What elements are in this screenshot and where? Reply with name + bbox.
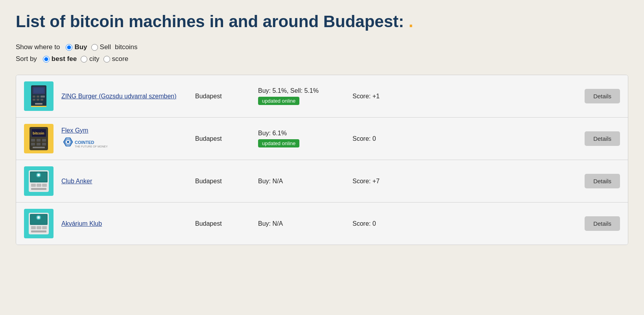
machine-icon [24, 209, 54, 238]
updated-online-badge: updated online [258, 139, 299, 147]
sort-score-label[interactable]: score [103, 55, 129, 63]
svg-rect-4 [33, 88, 44, 93]
svg-rect-11 [35, 103, 42, 105]
details-button[interactable]: Details [585, 174, 620, 188]
machine-city: Budapest [195, 178, 250, 185]
machine-row: ZING Burger (Gozsdu udvarral szemben) Bu… [16, 75, 628, 118]
svg-rect-12 [31, 106, 46, 107]
machine-name[interactable]: Flex Gym COINTED THE FUTURE OF MONEY [61, 127, 187, 151]
svg-rect-23 [42, 143, 46, 146]
svg-rect-8 [33, 99, 35, 101]
sort-score-radio[interactable] [103, 56, 110, 63]
machines-list: ZING Burger (Gozsdu udvarral szemben) Bu… [16, 75, 628, 245]
machine-fees: Buy: N/A [258, 220, 345, 227]
show-where-label: Show where to [16, 43, 60, 51]
machine-score: Score: +1 [352, 93, 415, 100]
page-title: List of bitcoin machines in and around B… [16, 12, 628, 31]
machine-fees: Buy: N/A [258, 178, 345, 185]
bitcoins-label: bitcoins [115, 43, 138, 51]
svg-rect-46 [31, 226, 36, 229]
machine-score: Score: 0 [352, 135, 415, 142]
sort-score-text: score [112, 55, 129, 63]
svg-rect-10 [41, 99, 43, 101]
updated-online-badge: updated online [258, 97, 299, 105]
buy-radio-label[interactable]: Buy [66, 43, 87, 51]
svg-rect-48 [42, 226, 47, 229]
svg-rect-51 [37, 216, 40, 219]
show-where-filter: Show where to Buy Sell bitcoins [16, 43, 628, 51]
svg-rect-9 [37, 99, 39, 101]
svg-rect-49 [31, 230, 46, 232]
svg-rect-19 [37, 139, 41, 142]
sort-city-radio[interactable] [81, 56, 87, 63]
details-button[interactable]: Details [585, 216, 620, 231]
svg-rect-5 [33, 96, 35, 98]
machine-city: Budapest [195, 135, 250, 142]
sort-by-label: Sort by [16, 55, 37, 63]
sell-radio-label[interactable]: Sell [91, 43, 111, 51]
svg-rect-38 [31, 188, 46, 190]
svg-rect-21 [31, 143, 35, 146]
details-button[interactable]: Details [585, 131, 620, 146]
svg-rect-7 [41, 96, 45, 98]
machine-name[interactable]: Club Anker [61, 178, 187, 185]
sort-city-text: city [89, 55, 100, 63]
machine-score: Score: 0 [352, 220, 415, 227]
svg-text:bitcoin: bitcoin [33, 131, 44, 135]
machine-icon: bitcoin [24, 124, 54, 153]
svg-rect-35 [31, 184, 36, 187]
svg-text:COINTED: COINTED [75, 140, 94, 145]
machine-name[interactable]: Akvárium Klub [61, 220, 187, 227]
machine-icon [24, 166, 54, 196]
sort-best-fee-label[interactable]: best fee [43, 55, 77, 63]
sort-city-label[interactable]: city [81, 55, 100, 63]
machine-row: Club Anker Budapest Buy: N/A Score: +7 D… [16, 160, 628, 203]
svg-rect-22 [37, 143, 41, 146]
buy-label: Buy [74, 43, 87, 51]
machine-score: Score: +7 [352, 178, 415, 185]
svg-rect-37 [42, 184, 47, 187]
sell-radio[interactable] [91, 44, 98, 51]
svg-rect-47 [37, 226, 41, 229]
machine-fees: Buy: 5.1%, Sell: 5.1%updated online [258, 87, 345, 105]
svg-rect-20 [42, 139, 46, 142]
title-dot: . [409, 12, 413, 31]
machine-row: Akvárium Klub Budapest Buy: N/A Score: 0… [16, 203, 628, 245]
svg-rect-18 [31, 139, 35, 142]
machine-name[interactable]: ZING Burger (Gozsdu udvarral szemben) [61, 93, 187, 100]
svg-text:THE FUTURE OF MONEY: THE FUTURE OF MONEY [75, 145, 108, 148]
sort-best-fee-text: best fee [52, 55, 77, 63]
svg-rect-24 [33, 147, 45, 148]
svg-rect-40 [37, 174, 40, 176]
buy-radio[interactable] [66, 44, 72, 51]
sell-label: Sell [100, 43, 111, 51]
machine-city: Budapest [195, 220, 250, 227]
svg-rect-6 [37, 96, 39, 98]
sort-by-filter: Sort by best fee city score [16, 55, 628, 63]
machine-row: bitcoin Flex Gym COINTED THE FUTURE OF M… [16, 118, 628, 160]
sort-best-fee-radio[interactable] [43, 56, 50, 63]
machine-city: Budapest [195, 93, 250, 100]
svg-point-27 [67, 141, 69, 143]
details-button[interactable]: Details [585, 89, 620, 103]
machine-icon [24, 81, 54, 111]
svg-rect-36 [37, 184, 41, 187]
machine-fees: Buy: 6.1%updated online [258, 130, 345, 147]
